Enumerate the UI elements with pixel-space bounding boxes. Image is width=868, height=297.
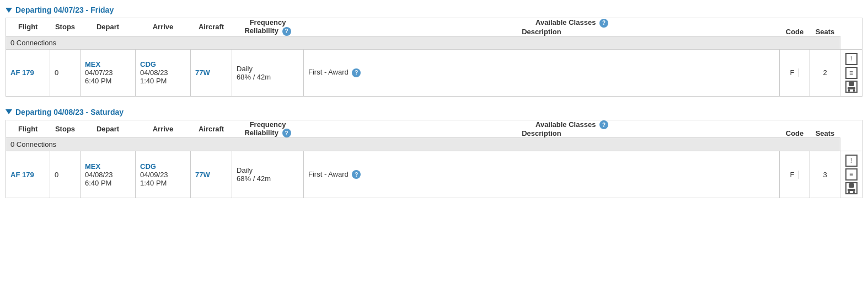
- seats-1: 2: [810, 49, 840, 96]
- flight-number-1[interactable]: AF 179: [6, 49, 50, 96]
- section-header-1[interactable]: Departing 04/07/23 - Friday: [6, 6, 862, 14]
- avail-help-icon[interactable]: ?: [599, 19, 608, 28]
- col-header-stops: Stops: [50, 18, 81, 36]
- depart-1[interactable]: MEX04/07/236:40 PM: [81, 49, 136, 96]
- description-1: First - Award ?: [304, 49, 780, 96]
- col-header-freq: FrequencyReliability ?: [232, 120, 304, 138]
- collapse-triangle-1[interactable]: [6, 8, 12, 13]
- col-header-available-classes: Available Classes ?: [304, 18, 840, 28]
- connections-label-2: 0 Connections: [6, 138, 840, 151]
- col-header-code: Code: [780, 28, 810, 36]
- col-header-depart: Depart: [81, 120, 136, 138]
- stops-1: 0: [50, 49, 81, 96]
- avail-help-icon[interactable]: ?: [599, 120, 608, 129]
- action-icons-2: ! ≡: [840, 151, 862, 198]
- frequency-1: Daily 68% / 42m: [232, 49, 304, 96]
- svg-rect-7: [853, 191, 855, 193]
- list-icon-2[interactable]: ≡: [845, 168, 858, 181]
- col-header-actions: [840, 18, 862, 36]
- svg-rect-1: [848, 87, 855, 89]
- arrive-1[interactable]: CDG04/08/231:40 PM: [136, 49, 191, 96]
- col-header-flight: Flight: [6, 120, 50, 138]
- seats-2: 3: [810, 151, 840, 198]
- connections-row-2: 0 Connections: [6, 138, 862, 151]
- col-header-code: Code: [780, 129, 810, 138]
- table-header-row1-2: FlightStopsDepartArriveAircraftFrequency…: [6, 120, 862, 129]
- flight-table-1: FlightStopsDepartArriveAircraftFrequency…: [6, 18, 862, 97]
- frequency-2: Daily 68% / 42m: [232, 151, 304, 198]
- freq-help-icon[interactable]: ?: [282, 129, 291, 137]
- svg-rect-2: [848, 89, 850, 92]
- connections-label-1: 0 Connections: [6, 36, 840, 49]
- freq-help-icon[interactable]: ?: [282, 27, 291, 36]
- flight-number-2[interactable]: AF 179: [6, 151, 50, 198]
- code-2: F: [780, 151, 810, 198]
- flight-row-1: AF 1790MEX04/07/236:40 PMCDG04/08/231:40…: [6, 49, 862, 96]
- seat-icon-2[interactable]: [845, 182, 858, 194]
- col-header-seats: Seats: [810, 28, 840, 36]
- col-header-freq: FrequencyReliability ?: [232, 18, 304, 36]
- table-header-row1-1: FlightStopsDepartArriveAircraftFrequency…: [6, 18, 862, 28]
- depart-2[interactable]: MEX04/08/236:40 PM: [81, 151, 136, 198]
- section-header-2[interactable]: Departing 04/08/23 - Saturday: [6, 108, 862, 116]
- svg-rect-5: [848, 189, 855, 191]
- svg-rect-6: [848, 191, 850, 193]
- exclamation-icon-1[interactable]: !: [845, 53, 858, 65]
- seat-icon-1[interactable]: [845, 81, 858, 93]
- col-header-description: Description: [304, 129, 780, 138]
- col-header-depart: Depart: [81, 18, 136, 36]
- collapse-triangle-2[interactable]: [6, 109, 12, 114]
- connections-row-1: 0 Connections: [6, 36, 862, 49]
- aircraft-2[interactable]: 77W: [191, 151, 232, 198]
- code-1: F: [780, 49, 810, 96]
- section-2: Departing 04/08/23 - SaturdayFlightStops…: [6, 108, 862, 199]
- list-icon-1[interactable]: ≡: [845, 67, 858, 79]
- col-header-actions: [840, 120, 862, 138]
- action-icons-1: ! ≡: [840, 49, 862, 96]
- col-header-flight: Flight: [6, 18, 50, 36]
- col-header-aircraft: Aircraft: [191, 18, 232, 36]
- desc-help-icon-2[interactable]: ?: [352, 170, 361, 179]
- svg-rect-4: [849, 183, 854, 188]
- exclamation-icon-2[interactable]: !: [845, 155, 858, 167]
- col-header-available-classes: Available Classes ?: [304, 120, 840, 129]
- col-header-stops: Stops: [50, 120, 81, 138]
- section-1: Departing 04/07/23 - FridayFlightStopsDe…: [6, 6, 862, 97]
- section-title-1: Departing 04/07/23 - Friday: [15, 6, 114, 14]
- svg-rect-3: [853, 89, 855, 92]
- svg-rect-0: [849, 82, 854, 86]
- arrive-2[interactable]: CDG04/09/231:40 PM: [136, 151, 191, 198]
- stops-2: 0: [50, 151, 81, 198]
- section-title-2: Departing 04/08/23 - Saturday: [15, 108, 124, 116]
- desc-help-icon-1[interactable]: ?: [352, 68, 361, 77]
- aircraft-1[interactable]: 77W: [191, 49, 232, 96]
- description-2: First - Award ?: [304, 151, 780, 198]
- col-header-description: Description: [304, 28, 780, 36]
- col-header-arrive: Arrive: [136, 120, 191, 138]
- col-header-arrive: Arrive: [136, 18, 191, 36]
- col-header-aircraft: Aircraft: [191, 120, 232, 138]
- col-header-seats: Seats: [810, 129, 840, 138]
- flight-row-2: AF 1790MEX04/08/236:40 PMCDG04/09/231:40…: [6, 151, 862, 198]
- flight-table-2: FlightStopsDepartArriveAircraftFrequency…: [6, 120, 862, 199]
